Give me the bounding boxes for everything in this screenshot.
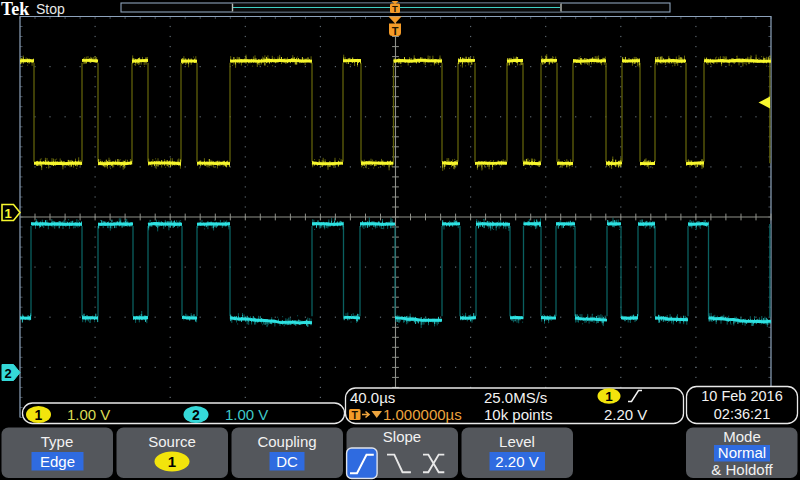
svg-text:2.20 V: 2.20 V xyxy=(495,453,538,470)
svg-text:DC: DC xyxy=(276,453,298,470)
svg-text:Edge: Edge xyxy=(40,453,75,470)
svg-text:Source: Source xyxy=(148,433,196,450)
svg-text:1.00 V: 1.00 V xyxy=(67,406,110,423)
svg-text:Coupling: Coupling xyxy=(257,433,316,450)
svg-text:T: T xyxy=(392,25,399,37)
svg-text:& Holdoff: & Holdoff xyxy=(711,461,773,478)
svg-text:1: 1 xyxy=(35,407,43,423)
svg-text:1.00 V: 1.00 V xyxy=(225,406,268,423)
svg-text:Level: Level xyxy=(499,433,535,450)
svg-text:2: 2 xyxy=(192,407,200,423)
svg-text:1: 1 xyxy=(605,389,613,404)
svg-text:10k points: 10k points xyxy=(484,406,552,423)
svg-text:40.0µs: 40.0µs xyxy=(350,389,395,406)
svg-text:T: T xyxy=(351,409,358,421)
svg-text:25.0MS/s: 25.0MS/s xyxy=(484,389,547,406)
svg-text:Normal: Normal xyxy=(718,444,766,461)
svg-text:2: 2 xyxy=(4,366,11,381)
svg-text:Stop: Stop xyxy=(36,1,65,17)
svg-text:02:36:21: 02:36:21 xyxy=(714,406,770,422)
svg-text:1: 1 xyxy=(168,453,176,470)
svg-text:1: 1 xyxy=(4,206,11,221)
svg-text:1.000000µs: 1.000000µs xyxy=(383,406,462,423)
svg-text:10 Feb 2016: 10 Feb 2016 xyxy=(701,388,782,404)
svg-text:T: T xyxy=(392,3,398,14)
svg-text:2.20 V: 2.20 V xyxy=(604,406,647,423)
svg-text:Tek: Tek xyxy=(1,0,29,19)
svg-text:Mode: Mode xyxy=(723,428,761,445)
svg-text:Type: Type xyxy=(41,433,74,450)
svg-text:Slope: Slope xyxy=(383,428,421,445)
